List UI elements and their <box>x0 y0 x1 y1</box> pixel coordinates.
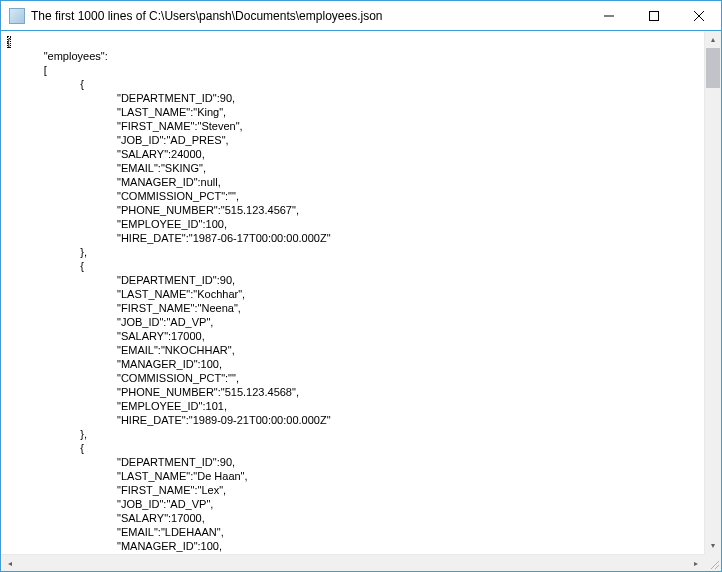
vertical-scrollbar[interactable]: ▴ ▾ <box>704 31 721 554</box>
horizontal-scrollbar[interactable]: ◂ ▸ <box>1 554 704 571</box>
app-icon <box>9 8 25 24</box>
text-content[interactable]: { "employees": [ { "DEPARTMENT_ID":90, "… <box>1 31 704 554</box>
scroll-track[interactable] <box>705 48 721 537</box>
scroll-up-arrow-icon[interactable]: ▴ <box>705 31 721 48</box>
window-title: The first 1000 lines of C:\Users\pansh\D… <box>31 9 586 23</box>
close-button[interactable] <box>676 1 721 30</box>
scroll-down-arrow-icon[interactable]: ▾ <box>705 537 721 554</box>
window-titlebar: The first 1000 lines of C:\Users\pansh\D… <box>1 1 721 31</box>
scroll-thumb[interactable] <box>706 48 720 88</box>
client-area: { "employees": [ { "DEPARTMENT_ID":90, "… <box>1 31 721 571</box>
svg-line-5 <box>715 565 719 569</box>
window-controls <box>586 1 721 30</box>
svg-rect-1 <box>649 11 658 20</box>
resize-grip[interactable] <box>704 554 721 571</box>
scroll-right-arrow-icon[interactable]: ▸ <box>687 555 704 571</box>
maximize-button[interactable] <box>631 1 676 30</box>
scroll-left-arrow-icon[interactable]: ◂ <box>1 555 18 571</box>
svg-line-4 <box>711 561 719 569</box>
minimize-button[interactable] <box>586 1 631 30</box>
